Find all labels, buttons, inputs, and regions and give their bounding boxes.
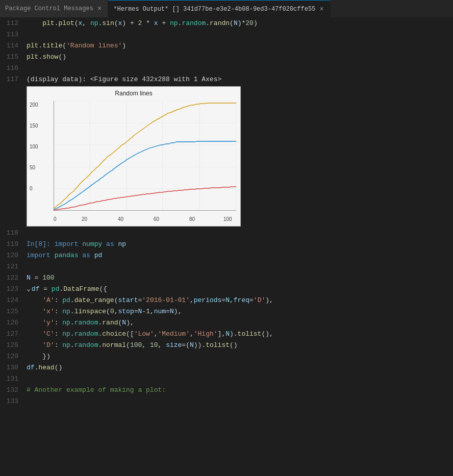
line-num-115: 115 — [0, 52, 27, 63]
tab-hermes-output-label: *Hermes Output* [] 341d77be-e3e2-4b08-9e… — [113, 6, 315, 13]
line-content-123: ⌄df = pd.DataFrame({ — [27, 284, 107, 295]
line-gold — [54, 103, 236, 208]
chart-svg — [54, 101, 236, 211]
line-num-129: 129 — [0, 351, 27, 362]
line-content-124: 'A': pd.date_range(start='2016-01-01',pe… — [27, 295, 273, 306]
line-125: 125 'x': np.linspace(0,stop=N-1,num=N), — [0, 306, 453, 317]
line-115: 115 plt.show() — [0, 52, 453, 63]
line-num-122: 122 — [0, 272, 27, 284]
y-label-0: 0 — [30, 186, 33, 191]
y-label-150: 150 — [30, 123, 38, 129]
line-128: 128 'D': np.random.normal(100, 10, size=… — [0, 340, 453, 351]
line-content-130: df.head() — [27, 362, 62, 373]
line-content-125: 'x': np.linspace(0,stop=N-1,num=N), — [27, 306, 182, 317]
line-content-132: # Another example of making a plot: — [27, 385, 166, 396]
line-114: 114 plt.title('Random lines') — [0, 40, 453, 52]
line-130: 130 df.head() — [0, 362, 453, 373]
line-113: 113 — [0, 29, 453, 40]
line-124: 124 'A': pd.date_range(start='2016-01-01… — [0, 295, 453, 306]
code-block: 112 plt.plot(x, np.sin(x) + 2 * x + np.r… — [0, 18, 453, 407]
tab-bar: Package Control Messages × *Hermes Outpu… — [0, 0, 453, 18]
line-132: 132 # Another example of making a plot: — [0, 385, 453, 396]
line-112: 112 plt.plot(x, np.sin(x) + 2 * x + np.r… — [0, 18, 453, 29]
line-num-114: 114 — [0, 40, 27, 52]
line-126: 126 'y': np.random.rand(N), — [0, 317, 453, 329]
x-label-100: 100 — [223, 216, 232, 222]
tab-package-control[interactable]: Package Control Messages × — [0, 0, 108, 17]
x-label-20: 20 — [82, 216, 87, 222]
line-119: 119 In[8]: import numpy as np — [0, 239, 453, 250]
tab-package-control-close[interactable]: × — [96, 5, 103, 13]
y-label-100: 100 — [30, 144, 38, 149]
line-133: 133 — [0, 396, 453, 407]
line-num-116: 116 — [0, 63, 27, 74]
line-num-118: 118 — [0, 228, 27, 239]
line-content-122: N = 100 — [27, 272, 55, 284]
line-123: 123 ⌄df = pd.DataFrame({ — [0, 284, 453, 295]
line-116: 116 — [0, 63, 453, 74]
line-num-132: 132 — [0, 385, 27, 396]
x-label-80: 80 — [189, 216, 195, 222]
line-131: 131 — [0, 373, 453, 385]
line-num-113: 113 — [0, 29, 27, 40]
tab-package-control-label: Package Control Messages — [5, 5, 93, 12]
line-num-121: 121 — [0, 261, 27, 272]
line-117: 117 (display data): <Figure size 432x288… — [0, 74, 453, 85]
chart-container: Random lines 200 150 100 50 0 0 20 40 60… — [27, 86, 453, 227]
line-content-126: 'y': np.random.rand(N), — [27, 317, 134, 329]
x-label-40: 40 — [118, 216, 123, 222]
line-num-133: 133 — [0, 396, 27, 407]
line-num-130: 130 — [0, 362, 27, 373]
line-blue — [54, 141, 236, 210]
line-red — [54, 187, 236, 210]
line-content-120: import pandas as pd — [27, 250, 102, 261]
line-num-127: 127 — [0, 329, 27, 340]
line-num-125: 125 — [0, 306, 27, 317]
y-label-200: 200 — [30, 102, 38, 108]
line-120: 120 import pandas as pd — [0, 250, 453, 261]
line-content-117: (display data): <Figure size 432x288 wit… — [27, 74, 221, 85]
line-127: 127 'C': np.random.choice(['Low','Medium… — [0, 329, 453, 340]
tab-hermes-output[interactable]: *Hermes Output* [] 341d77be-e3e2-4b08-9e… — [108, 0, 330, 17]
chart-box: Random lines 200 150 100 50 0 0 20 40 60… — [27, 86, 241, 227]
line-122: 122 N = 100 — [0, 272, 453, 284]
line-content-114: plt.title('Random lines') — [27, 40, 126, 52]
line-num-123: 123 — [0, 284, 27, 295]
line-118: 118 — [0, 228, 453, 239]
y-label-50: 50 — [30, 165, 35, 170]
x-label-60: 60 — [154, 216, 159, 222]
tab-hermes-output-close[interactable]: × — [318, 5, 324, 13]
line-num-126: 126 — [0, 317, 27, 329]
line-content-112: plt.plot(x, np.sin(x) + 2 * x + np.rando… — [27, 18, 258, 29]
line-num-117: 117 — [0, 74, 27, 85]
line-num-124: 124 — [0, 295, 27, 306]
line-num-120: 120 — [0, 250, 27, 261]
line-content-129: }) — [27, 351, 51, 362]
line-num-131: 131 — [0, 373, 27, 385]
line-num-119: 119 — [0, 239, 27, 250]
line-num-112: 112 — [0, 18, 27, 29]
line-121: 121 — [0, 261, 453, 272]
line-content-127: 'C': np.random.choice(['Low','Medium','H… — [27, 329, 273, 340]
line-content-128: 'D': np.random.normal(100, 10, size=(N))… — [27, 340, 238, 351]
x-label-0: 0 — [54, 216, 57, 222]
line-129: 129 }) — [0, 351, 453, 362]
line-content-115: plt.show() — [27, 52, 66, 63]
line-num-128: 128 — [0, 340, 27, 351]
chart-title: Random lines — [27, 87, 240, 97]
content-area: 112 plt.plot(x, np.sin(x) + 2 * x + np.r… — [0, 18, 453, 476]
line-content-119: In[8]: import numpy as np — [27, 239, 126, 250]
